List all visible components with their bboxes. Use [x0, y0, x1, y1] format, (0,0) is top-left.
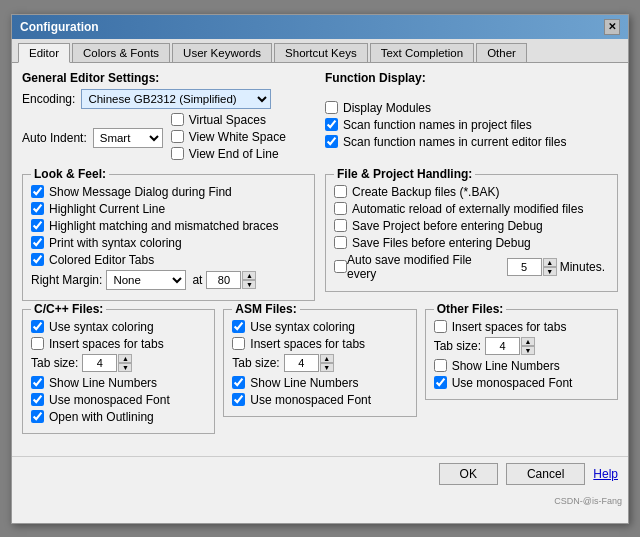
- close-button[interactable]: ✕: [604, 19, 620, 35]
- auto-reload-label: Automatic reload of externally modified …: [352, 202, 583, 216]
- help-link[interactable]: Help: [593, 467, 618, 481]
- tab-user-keywords[interactable]: User Keywords: [172, 43, 272, 62]
- cpp-tab-up[interactable]: ▲: [118, 354, 132, 363]
- save-files-row: Save Files before entering Debug: [334, 236, 609, 250]
- asm-use-syntax-checkbox[interactable]: [232, 320, 245, 333]
- general-settings-col: General Editor Settings: Encoding: Chine…: [22, 71, 315, 168]
- minutes-label: Minutes.: [560, 260, 605, 274]
- cpp-use-syntax-checkbox[interactable]: [31, 320, 44, 333]
- other-tab-size-row: Tab size: 4 ▲ ▼: [434, 337, 609, 355]
- print-syntax-row: Print with syntax coloring: [31, 236, 306, 250]
- tab-text-completion[interactable]: Text Completion: [370, 43, 474, 62]
- other-monospaced-checkbox[interactable]: [434, 376, 447, 389]
- right-margin-spinner: ▲ ▼: [242, 271, 256, 289]
- file-project-content: Create Backup files (*.BAK) Automatic re…: [334, 185, 609, 281]
- asm-monospaced-label: Use monospaced Font: [250, 393, 371, 407]
- right-margin-down[interactable]: ▼: [242, 280, 256, 289]
- cpp-show-line-row: Show Line Numbers: [31, 376, 206, 390]
- save-project-checkbox[interactable]: [334, 219, 347, 232]
- view-end-of-line-label: View End of Line: [189, 147, 279, 161]
- watermark-row: CSDN-@is-Fang: [12, 493, 628, 509]
- scan-project-checkbox[interactable]: [325, 118, 338, 131]
- cpp-outlining-row: Open with Outlining: [31, 410, 206, 424]
- other-tab-down[interactable]: ▼: [521, 346, 535, 355]
- right-margin-up[interactable]: ▲: [242, 271, 256, 280]
- cpp-monospaced-label: Use monospaced Font: [49, 393, 170, 407]
- virtual-spaces-checkbox[interactable]: [171, 113, 184, 126]
- asm-tab-size-row: Tab size: 4 ▲ ▼: [232, 354, 407, 372]
- asm-files-col: ASM Files: Use syntax coloring Insert sp…: [223, 309, 416, 442]
- cpp-show-line-checkbox[interactable]: [31, 376, 44, 389]
- right-margin-value[interactable]: 80: [206, 271, 241, 289]
- show-message-checkbox[interactable]: [31, 185, 44, 198]
- print-syntax-checkbox[interactable]: [31, 236, 44, 249]
- cpp-files-content: Use syntax coloring Insert spaces for ta…: [31, 320, 206, 424]
- save-files-checkbox[interactable]: [334, 236, 347, 249]
- other-tab-up[interactable]: ▲: [521, 337, 535, 346]
- create-backup-checkbox[interactable]: [334, 185, 347, 198]
- cpp-files-col: C/C++ Files: Use syntax coloring Insert …: [22, 309, 215, 442]
- asm-tab-down[interactable]: ▼: [320, 363, 334, 372]
- cpp-show-line-label: Show Line Numbers: [49, 376, 157, 390]
- middle-section: Look & Feel: Show Message Dialog during …: [22, 174, 618, 309]
- asm-show-line-checkbox[interactable]: [232, 376, 245, 389]
- scan-editor-checkbox[interactable]: [325, 135, 338, 148]
- asm-show-line-row: Show Line Numbers: [232, 376, 407, 390]
- highlight-braces-row: Highlight matching and mismatched braces: [31, 219, 306, 233]
- tab-editor[interactable]: Editor: [18, 43, 70, 63]
- other-show-line-checkbox[interactable]: [434, 359, 447, 372]
- cpp-tab-size-label: Tab size:: [31, 356, 78, 370]
- cancel-button[interactable]: Cancel: [506, 463, 585, 485]
- colored-editor-label: Colored Editor Tabs: [49, 253, 154, 267]
- asm-insert-spaces-checkbox[interactable]: [232, 337, 245, 350]
- cpp-tab-down[interactable]: ▼: [118, 363, 132, 372]
- asm-tab-size-value[interactable]: 4: [284, 354, 319, 372]
- auto-save-down[interactable]: ▼: [543, 267, 557, 276]
- tab-other[interactable]: Other: [476, 43, 527, 62]
- view-end-of-line-checkbox[interactable]: [171, 147, 184, 160]
- auto-save-up[interactable]: ▲: [543, 258, 557, 267]
- auto-reload-checkbox[interactable]: [334, 202, 347, 215]
- asm-monospaced-checkbox[interactable]: [232, 393, 245, 406]
- auto-save-checkbox[interactable]: [334, 260, 347, 273]
- file-project-col: File & Project Handling: Create Backup f…: [325, 174, 618, 309]
- colored-editor-checkbox[interactable]: [31, 253, 44, 266]
- view-white-space-checkbox[interactable]: [171, 130, 184, 143]
- cpp-tab-size-spinner: ▲ ▼: [118, 354, 132, 372]
- view-end-of-line-row: View End of Line: [171, 147, 286, 161]
- other-show-line-label: Show Line Numbers: [452, 359, 560, 373]
- display-modules-checkbox[interactable]: [325, 101, 338, 114]
- tab-shortcut-keys[interactable]: Shortcut Keys: [274, 43, 368, 62]
- at-label: at: [192, 273, 202, 287]
- other-insert-spaces-checkbox[interactable]: [434, 320, 447, 333]
- auto-save-label: Auto save modified File every: [347, 253, 503, 281]
- auto-indent-select[interactable]: Smart: [93, 128, 163, 148]
- asm-insert-spaces-label: Insert spaces for tabs: [250, 337, 365, 351]
- watermark: CSDN-@is-Fang: [554, 496, 622, 506]
- right-margin-select[interactable]: None: [106, 270, 186, 290]
- top-section: General Editor Settings: Encoding: Chine…: [22, 71, 618, 168]
- cpp-tab-size-value[interactable]: 4: [82, 354, 117, 372]
- highlight-braces-checkbox[interactable]: [31, 219, 44, 232]
- cpp-outlining-checkbox[interactable]: [31, 410, 44, 423]
- auto-reload-row: Automatic reload of externally modified …: [334, 202, 609, 216]
- highlight-braces-label: Highlight matching and mismatched braces: [49, 219, 278, 233]
- other-files-group: Other Files: Insert spaces for tabs Tab …: [425, 309, 618, 400]
- ok-button[interactable]: OK: [439, 463, 498, 485]
- bottom-bar: OK Cancel Help: [12, 456, 628, 493]
- highlight-current-label: Highlight Current Line: [49, 202, 165, 216]
- auto-save-value[interactable]: 5: [507, 258, 542, 276]
- asm-tab-up[interactable]: ▲: [320, 354, 334, 363]
- highlight-current-checkbox[interactable]: [31, 202, 44, 215]
- encoding-select[interactable]: Chinese GB2312 (Simplified): [81, 89, 271, 109]
- cpp-monospaced-checkbox[interactable]: [31, 393, 44, 406]
- tab-colors-fonts[interactable]: Colors & Fonts: [72, 43, 170, 62]
- other-tab-size-value[interactable]: 4: [485, 337, 520, 355]
- cpp-outlining-label: Open with Outlining: [49, 410, 154, 424]
- function-display-checks: Display Modules Scan function names in p…: [325, 101, 618, 149]
- asm-monospaced-row: Use monospaced Font: [232, 393, 407, 407]
- cpp-files-group: C/C++ Files: Use syntax coloring Insert …: [22, 309, 215, 434]
- cpp-files-title: C/C++ Files:: [31, 302, 106, 316]
- save-files-label: Save Files before entering Debug: [352, 236, 531, 250]
- cpp-insert-spaces-checkbox[interactable]: [31, 337, 44, 350]
